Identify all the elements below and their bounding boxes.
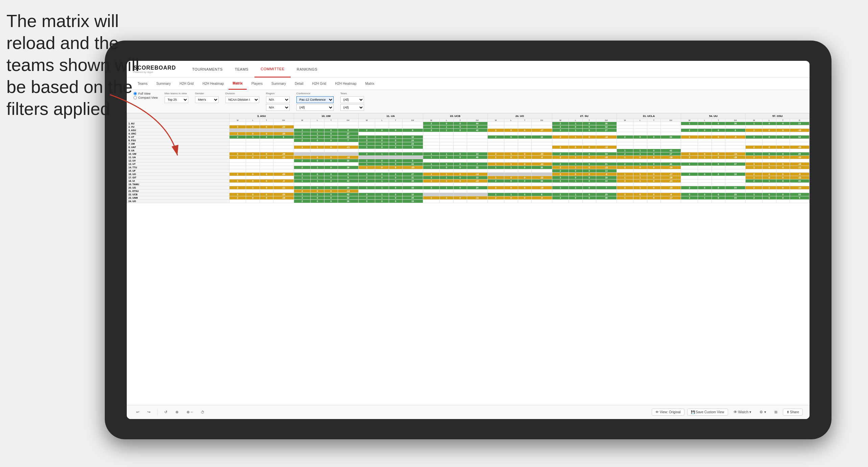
- table-row: 20. UG210-11200391103331024300-191107310…: [127, 186, 810, 190]
- refresh-btn[interactable]: ↺: [162, 409, 170, 416]
- table-row: 15. UF20013: [127, 169, 810, 173]
- table-row: 3. ASU1106200831042300-17310272008200-16: [127, 129, 810, 132]
- table-row: 7. UM30023: [127, 142, 810, 146]
- col-header-ua: 11. UA: [358, 114, 423, 119]
- sub-nav-h2h-grid[interactable]: H2H Grid: [175, 78, 198, 90]
- sub-nav-summary2[interactable]: Summary: [267, 78, 290, 90]
- settings-btn[interactable]: ⚙ ▾: [757, 409, 769, 416]
- matrix-table: 3. ASU 10. UW 11. UA 22. UCB 24. UO 27. …: [127, 113, 810, 203]
- table-row: 23. UNM200-183003031025110-11200-6300381…: [127, 196, 810, 200]
- col-header-uu: 54. UU: [681, 114, 746, 119]
- table-row: 17. GIT11052003131013100-2230018110-2810…: [127, 176, 810, 179]
- view-original-btn[interactable]: 👁 View: Original: [652, 409, 684, 416]
- division-filter: Division NCAA Division I: [225, 92, 259, 103]
- max-teams-select[interactable]: Top 25: [165, 96, 188, 103]
- conference-select2[interactable]: (All): [296, 104, 334, 111]
- sub-nav-summary[interactable]: Summary: [152, 78, 175, 90]
- table-row: 2. VU310-22110630032: [127, 125, 810, 129]
- region-filter: Region N/A N/A: [266, 92, 290, 111]
- timer-btn[interactable]: ⏱: [198, 409, 207, 416]
- bottom-toolbar: ↩ ↪ ↺ ⊕ ⊕ − ⏱ 👁 View: Original 💾 Save Cu…: [127, 405, 810, 419]
- sub-nav-players[interactable]: Players: [247, 78, 267, 90]
- filter-bar: Full View Compact View Max teams in view…: [127, 90, 810, 113]
- grid-btn[interactable]: ⊞: [772, 409, 780, 416]
- col-header-ucb: 22. UCB: [423, 114, 487, 119]
- nav-tournaments[interactable]: TOURNAMENTS: [186, 61, 229, 77]
- team-select2[interactable]: (All): [340, 104, 364, 111]
- sub-nav-matrix2[interactable]: Matrix: [361, 78, 379, 90]
- sub-nav-h2h-heatmap[interactable]: H2H Heatmap: [198, 78, 228, 90]
- toolbar-right: 👁 View: Original 💾 Save Custom View 👁 Wa…: [652, 409, 803, 416]
- sub-nav: Teams Summary H2H Grid H2H Heatmap Matri…: [127, 78, 810, 90]
- zoom-btn[interactable]: ⊕: [173, 409, 181, 416]
- col-header-uw: 10. UW: [294, 114, 358, 119]
- table-row: 8. UAF110-211009200-12200-26: [127, 146, 810, 149]
- annotation-text: The matrix will reload and the teams sho…: [6, 10, 152, 120]
- conference-select[interactable]: Pac-12 Conference: [296, 96, 334, 103]
- table-row: 1. AU20044210361103610015: [127, 122, 810, 125]
- table-row: 6. FSU200730024: [127, 139, 810, 142]
- col-header-osu: 57. OSU: [746, 114, 810, 119]
- team-select[interactable]: (All): [340, 96, 364, 103]
- nav-items: TOURNAMENTS TEAMS COMMITTEE RANKINGS: [186, 61, 324, 77]
- table-row: 16. UO200-20300830027110-14200-6110-1710…: [127, 173, 810, 176]
- sub-nav-h2h-heatmap2[interactable]: H2H Heatmap: [331, 78, 360, 90]
- table-row: 21. ETSU200-14: [127, 190, 810, 193]
- tablet-screen: SCOREBOARD Powered by clippd TOURNAMENTS…: [127, 61, 810, 419]
- nav-teams[interactable]: TEAMS: [229, 61, 255, 77]
- table-row: 19. TAMU: [127, 183, 810, 186]
- conference-filter: Conference Pac-12 Conference (All): [296, 92, 334, 111]
- matrix-content[interactable]: 3. ASU 10. UW 11. UA 22. UCB 24. UO 27. …: [127, 113, 810, 412]
- table-row: 12. UV200203009: [127, 159, 810, 163]
- table-row: 24. UO2003630019: [127, 200, 810, 203]
- sub-nav-detail[interactable]: Detail: [291, 78, 308, 90]
- col-header-su: 27. SU: [552, 114, 617, 119]
- undo-btn[interactable]: ↩: [134, 409, 142, 416]
- tablet-frame: SCOREBOARD Powered by clippd TOURNAMENTS…: [105, 41, 831, 439]
- table-row: 9. UA11043: [127, 149, 810, 152]
- region-select2[interactable]: N/A: [266, 104, 290, 111]
- redo-btn[interactable]: ↪: [145, 409, 153, 416]
- nav-committee[interactable]: COMMITTEE: [255, 61, 291, 77]
- table-row: 14. TTU21038100-251002211030310-23300-19…: [127, 166, 810, 169]
- table-row: 4. UNC100-2521027: [127, 132, 810, 136]
- table-row: 22. UCB300-201104031010110811025300-8300…: [127, 193, 810, 196]
- gender-select[interactable]: Men's: [195, 96, 219, 103]
- save-custom-btn[interactable]: 💾 Save Custom View: [687, 409, 728, 416]
- zoom-controls[interactable]: ⊕ −: [184, 409, 195, 416]
- col-header-ucla: 31. UCLA: [617, 114, 681, 119]
- table-row: 10. UW310-26310711014210-232003321027100…: [127, 152, 810, 156]
- table-row: 5. UT2106100223101820010210-1020039110-5…: [127, 136, 810, 139]
- gender-filter: Gender Men's: [195, 92, 219, 103]
- table-row: 13. UT110431007110-24210212104011037310-…: [127, 163, 810, 166]
- col-header-asu: 3. ASU: [229, 114, 294, 119]
- max-teams-filter: Max teams in view Top 25: [165, 92, 188, 103]
- divider-1: [157, 409, 158, 416]
- watch-btn[interactable]: 👁 Watch ▾: [731, 409, 754, 416]
- region-select[interactable]: N/A: [266, 96, 290, 103]
- nav-bar: SCOREBOARD Powered by clippd TOURNAMENTS…: [127, 61, 810, 78]
- share-btn[interactable]: ⬆ Share: [783, 409, 803, 416]
- team-filter: Team (All) (All): [340, 92, 364, 111]
- division-select[interactable]: NCAA Division I: [225, 96, 259, 103]
- sub-nav-matrix[interactable]: Matrix: [228, 78, 246, 90]
- sub-nav-h2h-grid2[interactable]: H2H Grid: [308, 78, 330, 90]
- table-row: 11. UA200-12100-1610040100-9210-22100-18…: [127, 156, 810, 159]
- table-row: 18. UI100-51104321039110-222004431010310…: [127, 179, 810, 183]
- col-header-uo: 24. UO: [487, 114, 552, 119]
- nav-rankings[interactable]: RANKINGS: [291, 61, 323, 77]
